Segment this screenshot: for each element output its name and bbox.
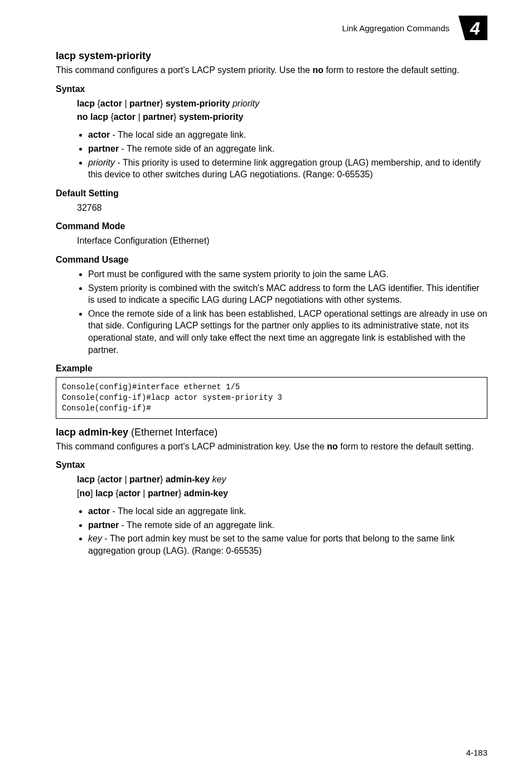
brace: { bbox=[95, 99, 100, 108]
bracket: ] bbox=[90, 488, 95, 498]
param-label: actor bbox=[88, 506, 110, 516]
page: Link Aggregation Commands 4 lacp system-… bbox=[0, 0, 532, 774]
section2-intro: This command configures a port's LACP ad… bbox=[56, 441, 487, 453]
list-item: Once the remote side of a link has been … bbox=[88, 308, 487, 356]
kw: no bbox=[79, 488, 90, 498]
syntax-line-2b: [no] lacp {actor | partner} admin-key bbox=[77, 487, 487, 500]
param-label: partner bbox=[88, 144, 119, 153]
param-desc: - The remote side of an aggregate link. bbox=[119, 144, 274, 153]
running-title: Link Aggregation Commands bbox=[342, 23, 449, 33]
example-heading: Example bbox=[56, 364, 487, 374]
example-code: Console(config)#interface ethernet 1/5 C… bbox=[56, 377, 487, 419]
kw: actor bbox=[114, 112, 136, 122]
pipe: | bbox=[136, 112, 143, 122]
no-keyword: no bbox=[312, 65, 323, 75]
brace: } bbox=[160, 475, 166, 484]
list-item: actor - The local side an aggregate link… bbox=[88, 129, 487, 141]
pipe: | bbox=[122, 475, 129, 484]
page-number: 4-183 bbox=[466, 748, 487, 757]
syntax-heading: Syntax bbox=[56, 84, 487, 94]
param-desc: - The port admin key must be set to the … bbox=[88, 534, 454, 555]
section1-intro: This command configures a port's LACP sy… bbox=[56, 64, 487, 76]
section2-title-rest: (Ethernet Interface) bbox=[128, 427, 217, 438]
pipe: | bbox=[141, 488, 148, 498]
default-value: 32768 bbox=[77, 202, 487, 214]
kw: system-priority bbox=[166, 99, 230, 108]
usage-list: Port must be configured with the same sy… bbox=[56, 268, 487, 356]
no-keyword: no bbox=[327, 442, 338, 451]
kw: no lacp bbox=[77, 112, 108, 122]
command-mode-value: Interface Configuration (Ethernet) bbox=[77, 235, 487, 247]
kw: partner bbox=[129, 475, 160, 484]
kw: lacp bbox=[95, 488, 113, 498]
intro-text: This command configures a port's LACP ad… bbox=[56, 442, 327, 451]
section1-title: lacp system-priority bbox=[56, 50, 487, 62]
chapter-number: 4 bbox=[470, 18, 480, 38]
brace: } bbox=[173, 112, 179, 122]
chapter-badge: 4 bbox=[458, 16, 487, 40]
intro-text-after: form to restore the default setting. bbox=[323, 65, 460, 75]
running-header: Link Aggregation Commands 4 bbox=[56, 16, 487, 40]
usage-heading: Command Usage bbox=[56, 255, 487, 265]
list-item: priority - This priority is used to dete… bbox=[88, 157, 487, 181]
pipe: | bbox=[122, 99, 129, 108]
syntax-heading-2: Syntax bbox=[56, 460, 487, 470]
kw: partner bbox=[148, 488, 178, 498]
syntax-line-2: no lacp {actor | partner} system-priorit… bbox=[77, 111, 487, 123]
brace: { bbox=[95, 475, 100, 484]
syntax-line-1: lacp {actor | partner} system-priority p… bbox=[77, 98, 487, 110]
brace: { bbox=[108, 112, 114, 122]
kw: partner bbox=[129, 99, 160, 108]
chapter-badge-icon: 4 bbox=[458, 16, 487, 40]
param-desc: - This priority is used to determine lin… bbox=[88, 158, 481, 180]
kw: lacp bbox=[77, 475, 95, 484]
mode-value: Interface Configuration (Ethernet) bbox=[77, 235, 487, 247]
param: priority bbox=[233, 99, 259, 108]
kw: partner bbox=[143, 112, 173, 122]
param-desc: - The local side an aggregate link. bbox=[110, 130, 246, 139]
param-label: actor bbox=[88, 130, 110, 139]
syntax-block-2: lacp {actor | partner} admin-key key [no… bbox=[77, 473, 487, 557]
param-desc: - The remote side of an aggregate link. bbox=[119, 520, 274, 530]
kw: actor bbox=[100, 99, 122, 108]
kw: admin-key bbox=[166, 475, 210, 484]
brace: } bbox=[178, 488, 184, 498]
list-item: actor - The local side an aggregate link… bbox=[88, 505, 487, 517]
section2-title-bold: lacp admin-key bbox=[56, 427, 128, 438]
kw: lacp bbox=[77, 99, 95, 108]
param-desc: - The local side an aggregate link. bbox=[110, 506, 246, 516]
syntax-block: lacp {actor | partner} system-priority p… bbox=[77, 98, 487, 181]
param-label: priority bbox=[88, 158, 115, 167]
param: key bbox=[212, 475, 226, 484]
kw: system-priority bbox=[179, 112, 244, 122]
param-label: key bbox=[88, 534, 102, 543]
syntax-param-list: actor - The local side an aggregate link… bbox=[77, 129, 487, 180]
list-item: System priority is combined with the swi… bbox=[88, 282, 487, 306]
intro-text: This command configures a port's LACP sy… bbox=[56, 65, 312, 75]
list-item: key - The port admin key must be set to … bbox=[88, 533, 487, 557]
brace: } bbox=[160, 99, 166, 108]
kw: admin-key bbox=[184, 488, 228, 498]
syntax-param-list-2: actor - The local side an aggregate link… bbox=[77, 505, 487, 557]
default-setting-value: 32768 bbox=[77, 202, 487, 214]
default-heading: Default Setting bbox=[56, 188, 487, 199]
kw: actor bbox=[119, 488, 141, 498]
list-item: partner - The remote side of an aggregat… bbox=[88, 519, 487, 531]
kw: actor bbox=[100, 475, 122, 484]
brace: { bbox=[113, 488, 119, 498]
intro-text-after: form to restore the default setting. bbox=[338, 442, 474, 451]
mode-heading: Command Mode bbox=[56, 221, 487, 231]
list-item: partner - The remote side of an aggregat… bbox=[88, 143, 487, 155]
syntax-line-1b: lacp {actor | partner} admin-key key bbox=[77, 473, 487, 486]
section2-title: lacp admin-key (Ethernet Interface) bbox=[56, 427, 487, 438]
list-item: Port must be configured with the same sy… bbox=[88, 268, 487, 280]
param-label: partner bbox=[88, 520, 119, 530]
